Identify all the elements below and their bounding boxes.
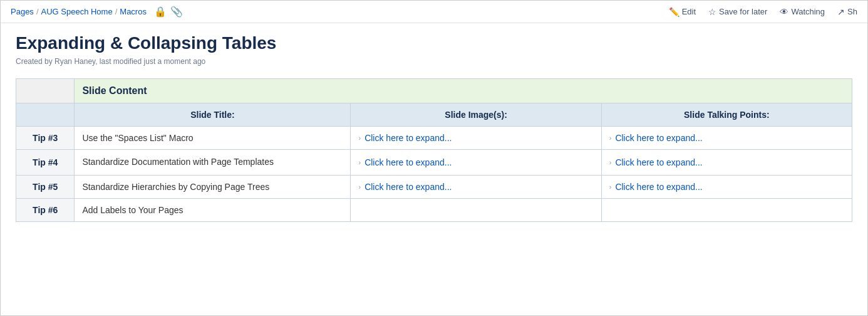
tip3-images-cell: › Click here to expand...	[351, 127, 601, 150]
tip5-label: Tip #5	[16, 175, 75, 198]
eye-icon: 👁	[780, 7, 788, 17]
col-header-title: Slide Title:	[75, 103, 351, 127]
tip5-talking-cell: › Click here to expand...	[601, 175, 852, 198]
table-row: Tip #4 Standardize Documentation with Pa…	[16, 150, 852, 176]
table-row: Tip #3 Use the "Spaces List" Macro › Cli…	[16, 127, 852, 150]
chevron-right-icon: ›	[609, 134, 612, 142]
col-header-images: Slide Image(s):	[351, 103, 601, 127]
tip6-images-cell	[351, 198, 601, 221]
tip5-images-expand[interactable]: › Click here to expand...	[358, 182, 593, 192]
table-row: Tip #6 Add Labels to Your Pages	[16, 198, 852, 221]
chevron-right-icon: ›	[609, 183, 612, 191]
share-label: Sh	[847, 7, 857, 16]
edit-icon: ✏️	[669, 7, 679, 17]
tip3-talking-expand[interactable]: › Click here to expand...	[609, 133, 844, 143]
breadcrumb-icons: 🔒 📎	[154, 6, 183, 18]
chevron-right-icon: ›	[609, 159, 612, 166]
breadcrumb-sep-1: /	[36, 7, 39, 16]
tip6-talking-cell	[601, 198, 852, 221]
breadcrumb-sep-2: /	[115, 7, 118, 16]
chevron-right-icon: ›	[358, 183, 361, 191]
subheader-corner	[16, 103, 75, 127]
tip3-label: Tip #3	[16, 127, 75, 150]
edit-button[interactable]: ✏️ Edit	[669, 7, 696, 17]
star-icon: ☆	[708, 7, 716, 17]
tip3-images-expand[interactable]: › Click here to expand...	[358, 133, 593, 143]
breadcrumb-pages[interactable]: Pages	[11, 7, 34, 16]
share-icon: ↗	[837, 7, 845, 17]
page-title: Expanding & Collapsing Tables	[16, 33, 852, 53]
save-for-later-button[interactable]: ☆ Save for later	[708, 7, 767, 17]
breadcrumb-macros[interactable]: Macros	[120, 7, 147, 16]
share-button[interactable]: ↗ Sh	[837, 7, 857, 17]
tip3-images-expand-label: Click here to expand...	[364, 133, 452, 143]
tip3-talking-cell: › Click here to expand...	[601, 127, 852, 150]
tip5-talking-expand-label: Click here to expand...	[615, 182, 702, 192]
main-table: Slide Content Slide Title: Slide Image(s…	[16, 78, 852, 222]
tip4-talking-cell: › Click here to expand...	[601, 150, 852, 176]
tip4-talking-expand[interactable]: › Click here to expand...	[609, 157, 844, 167]
tip5-talking-expand[interactable]: › Click here to expand...	[609, 182, 844, 192]
save-label: Save for later	[719, 7, 767, 16]
tip3-talking-expand-label: Click here to expand...	[615, 133, 702, 143]
watching-label: Watching	[791, 7, 825, 16]
table-subheader-row: Slide Title: Slide Image(s): Slide Talki…	[16, 103, 852, 127]
tip5-slide-title: Standardize Hierarchies by Copying Page …	[75, 175, 351, 198]
tip4-images-expand[interactable]: › Click here to expand...	[358, 157, 593, 167]
tip4-slide-title: Standardize Documentation with Page Temp…	[75, 150, 351, 176]
table-row: Tip #5 Standardize Hierarchies by Copyin…	[16, 175, 852, 198]
breadcrumb: Pages / AUG Speech Home / Macros 🔒 📎	[11, 6, 183, 18]
chevron-right-icon: ›	[358, 159, 361, 166]
page-wrapper: Pages / AUG Speech Home / Macros 🔒 📎 ✏️ …	[0, 0, 868, 316]
page-meta: Created by Ryan Haney, last modified jus…	[16, 57, 852, 66]
col-header-talking: Slide Talking Points:	[601, 103, 852, 127]
lock-icon: 🔒	[154, 6, 167, 18]
table-header-main-row: Slide Content	[16, 79, 852, 103]
tip5-images-expand-label: Click here to expand...	[364, 182, 452, 192]
tip4-talking-expand-label: Click here to expand...	[615, 157, 702, 167]
attachment-icon: 📎	[170, 6, 183, 18]
tip6-label: Tip #6	[16, 198, 75, 221]
tip6-slide-title: Add Labels to Your Pages	[75, 198, 351, 221]
tip3-slide-title: Use the "Spaces List" Macro	[75, 127, 351, 150]
table-header-main-cell: Slide Content	[75, 79, 852, 103]
page-content: Expanding & Collapsing Tables Created by…	[1, 23, 867, 237]
chevron-right-icon: ›	[358, 134, 361, 142]
top-actions: ✏️ Edit ☆ Save for later 👁 Watching ↗ Sh	[669, 7, 857, 17]
tip4-images-cell: › Click here to expand...	[351, 150, 601, 176]
top-bar: Pages / AUG Speech Home / Macros 🔒 📎 ✏️ …	[1, 1, 867, 23]
tip5-images-cell: › Click here to expand...	[351, 175, 601, 198]
edit-label: Edit	[682, 7, 696, 16]
watching-button[interactable]: 👁 Watching	[780, 7, 825, 17]
breadcrumb-aug-speech[interactable]: AUG Speech Home	[41, 7, 113, 16]
corner-cell	[16, 79, 75, 103]
tip4-images-expand-label: Click here to expand...	[364, 157, 452, 167]
tip4-label: Tip #4	[16, 150, 75, 176]
